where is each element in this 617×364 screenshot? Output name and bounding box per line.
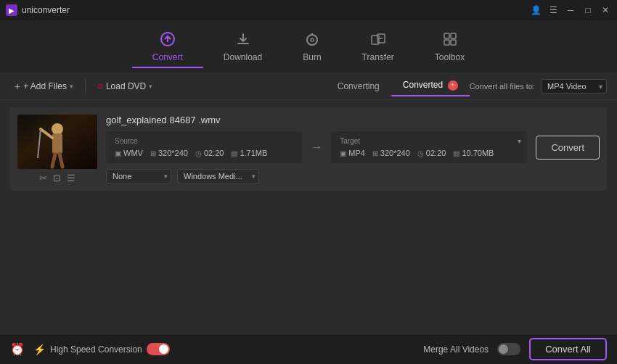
none-select-wrap: None Custom <box>106 169 171 183</box>
format-icon: ▣ <box>115 149 121 157</box>
nav-item-transfer[interactable]: Transfer <box>342 25 414 68</box>
source-size: ▤ 1.71MB <box>231 149 267 157</box>
nav-item-toolbox[interactable]: Toolbox <box>414 25 485 68</box>
convert-button[interactable]: Convert <box>536 136 600 160</box>
burn-nav-icon <box>304 31 320 49</box>
main-content: ✂ ⊡ ☰ golf_explained 84687 .wmv Source ▣… <box>0 100 617 334</box>
toolbox-nav-icon <box>442 31 458 49</box>
merge-toggle-knob <box>499 344 508 354</box>
windows-media-select-wrap: Windows Medi... Option 2 <box>177 169 259 183</box>
bottom-right: Merge All Videos Convert All <box>423 338 607 360</box>
svg-rect-8 <box>451 40 456 45</box>
merge-toggle[interactable] <box>497 343 520 355</box>
svg-rect-12 <box>52 133 62 154</box>
convert-all-files-label: Convert all files to: <box>470 82 535 91</box>
add-files-button[interactable]: + + Add Files ▾ <box>10 78 78 95</box>
user-icon[interactable]: 👤 <box>530 5 542 15</box>
close-button[interactable]: ✕ <box>600 5 611 15</box>
nav-label-toolbox: Toolbox <box>435 52 465 62</box>
cut-icon[interactable]: ✂ <box>39 173 47 183</box>
toolbar-tabs: Converting Converted * <box>326 75 470 96</box>
nav-label-convert: Convert <box>152 52 183 62</box>
size-icon: ▤ <box>231 149 237 157</box>
source-duration: ◷ 02:20 <box>195 149 224 157</box>
toolbar-divider <box>85 79 86 94</box>
svg-point-2 <box>311 38 314 41</box>
converted-tab-label: Converted <box>403 80 443 90</box>
convert-nav-icon <box>160 31 176 49</box>
thumbnail-tools: ✂ ⊡ ☰ <box>17 173 97 183</box>
nav-label-download: Download <box>224 52 262 62</box>
file-item: ✂ ⊡ ☰ golf_explained 84687 .wmv Source ▣… <box>10 107 607 191</box>
add-files-dropdown-arrow: ▾ <box>70 83 73 90</box>
nav-label-burn: Burn <box>303 52 321 62</box>
svg-rect-6 <box>451 33 456 38</box>
bottom-left: ⏰ ⚡ High Speed Conversion <box>10 342 170 356</box>
load-dvd-dropdown-arrow: ▾ <box>149 83 152 90</box>
toolbar: + + Add Files ▾ ⊙ Load DVD ▾ Converting … <box>0 73 617 100</box>
target-label: Target <box>340 137 518 145</box>
none-select[interactable]: None Custom <box>106 169 171 183</box>
source-format: ▣ WMV <box>115 149 143 157</box>
menu-icon[interactable]: ☰ <box>547 5 559 15</box>
target-box: Target ▣ MP4 ⊞ 320*240 ◷ 02:20 <box>331 131 527 163</box>
bolt-icon: ⚡ <box>33 344 46 355</box>
thumbnail <box>17 115 97 169</box>
source-box: Source ▣ WMV ⊞ 320*240 ◷ 02:20 <box>106 131 302 163</box>
nav-label-transfer: Transfer <box>362 52 394 62</box>
title-bar-left: ▶ uniconverter <box>6 4 70 16</box>
merge-label: Merge All Videos <box>423 344 489 355</box>
file-name: golf_explained 84687 .wmv <box>106 115 600 125</box>
speed-label: High Speed Conversion <box>50 344 142 355</box>
res-icon: ⊞ <box>150 149 156 157</box>
alarm-icon[interactable]: ⏰ <box>10 342 25 356</box>
target-size-icon: ▤ <box>453 149 459 157</box>
bottom-bar: ⏰ ⚡ High Speed Conversion Merge All Vide… <box>0 334 617 364</box>
svg-rect-7 <box>444 40 449 45</box>
speed-toggle[interactable] <box>147 343 170 355</box>
file-info: golf_explained 84687 .wmv Source ▣ WMV ⊞… <box>106 115 600 183</box>
conversion-arrow: → <box>311 141 322 154</box>
target-size: ▤ 10.70MB <box>453 149 494 157</box>
crop-icon[interactable]: ⊡ <box>53 173 61 183</box>
load-dvd-label: Load DVD <box>106 81 146 91</box>
windows-media-select[interactable]: Windows Medi... Option 2 <box>177 169 259 183</box>
plus-icon: + <box>15 80 20 92</box>
source-label: Source <box>115 137 293 145</box>
app-icon: ▶ <box>6 4 17 16</box>
thumbnail-wrap: ✂ ⊡ ☰ <box>17 115 97 183</box>
target-details: ▣ MP4 ⊞ 320*240 ◷ 02:20 ▤ <box>340 149 518 157</box>
converting-tab-label: Converting <box>338 81 380 91</box>
source-details: ▣ WMV ⊞ 320*240 ◷ 02:20 ▤ <box>115 149 293 157</box>
convert-all-button[interactable]: Convert All <box>529 338 607 360</box>
svg-rect-5 <box>444 33 449 38</box>
nav-item-burn[interactable]: Burn <box>282 25 341 68</box>
converted-tab-badge: * <box>448 80 458 91</box>
add-files-label: + Add Files <box>23 81 67 91</box>
target-dur-icon: ◷ <box>417 149 424 157</box>
target-format-icon: ▣ <box>340 149 346 157</box>
svg-point-11 <box>52 123 63 135</box>
title-bar: ▶ uniconverter 👤 ☰ ─ □ ✕ <box>0 0 617 20</box>
title-bar-controls: 👤 ☰ ─ □ ✕ <box>530 5 611 15</box>
load-dvd-button[interactable]: ⊙ Load DVD ▾ <box>93 78 157 94</box>
speed-toggle-knob <box>159 344 168 354</box>
app-title: uniconverter <box>22 5 70 15</box>
effect-icon[interactable]: ☰ <box>67 173 75 183</box>
format-select-wrapper: MP4 Video AVI Video MOV Video MKV Video <box>541 79 607 94</box>
dur-icon: ◷ <box>195 149 202 157</box>
format-select[interactable]: MP4 Video AVI Video MOV Video MKV Video <box>541 79 607 94</box>
target-resolution: ⊞ 320*240 <box>372 149 410 157</box>
nav-item-download[interactable]: Download <box>203 25 282 68</box>
converting-tab[interactable]: Converting <box>326 77 391 96</box>
conversion-row: Source ▣ WMV ⊞ 320*240 ◷ 02:20 <box>106 131 600 163</box>
minimize-button[interactable]: ─ <box>565 5 576 15</box>
target-dropdown-icon[interactable]: ▾ <box>518 137 521 145</box>
nav-item-convert[interactable]: Convert <box>132 25 203 68</box>
maximize-button[interactable]: □ <box>582 5 594 15</box>
transfer-nav-icon <box>370 31 386 49</box>
target-format: ▣ MP4 <box>340 149 365 157</box>
nav-bar: Convert Download Burn Tran <box>0 20 617 73</box>
converted-tab[interactable]: Converted * <box>391 75 470 96</box>
extra-row: None Custom Windows Medi... Option 2 <box>106 169 600 183</box>
